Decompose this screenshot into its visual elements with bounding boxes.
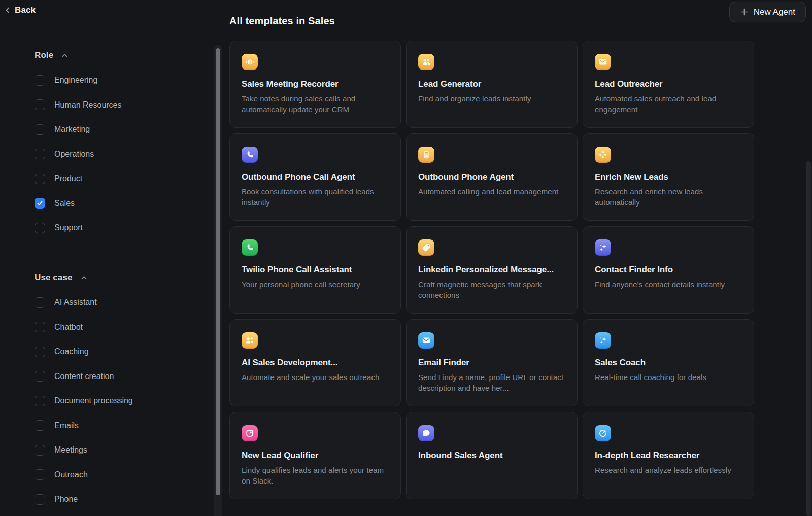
checkbox-unchecked[interactable]	[35, 445, 45, 456]
filter-item-label: Outreach	[54, 470, 88, 479]
checkbox-unchecked[interactable]	[35, 124, 45, 135]
checkbox-unchecked[interactable]	[35, 494, 45, 505]
page-title: All templates in Sales	[229, 15, 335, 27]
template-card[interactable]: Lead GeneratorFind and organize leads in…	[406, 41, 578, 128]
card-description: Send Lindy a name, profile URL or contac…	[418, 372, 565, 393]
template-card[interactable]: Email FinderSend Lindy a name, profile U…	[406, 319, 578, 406]
template-card[interactable]: Outbound Phone AgentAutomated calling an…	[406, 133, 578, 221]
card-title: AI Sales Development...	[242, 358, 389, 368]
filter-item-label: Emails	[54, 421, 79, 430]
filter-item-engineering[interactable]: Engineering	[35, 68, 187, 93]
card-description: Real-time call coaching for deals	[595, 372, 742, 383]
checkbox-unchecked[interactable]	[35, 174, 45, 184]
card-description: Your personal phone call secretary	[242, 279, 389, 290]
filter-item-human-resources[interactable]: Human Resources	[35, 93, 187, 118]
template-card[interactable]: Twilio Phone Call AssistantYour personal…	[229, 226, 401, 314]
phone-icon	[242, 239, 258, 256]
filter-item-label: Operations	[54, 150, 94, 159]
photo-icon	[242, 425, 258, 441]
filter-section-title: Role	[35, 50, 53, 60]
card-title: Outbound Phone Call Agent	[242, 172, 389, 182]
filter-item-outreach[interactable]: Outreach	[35, 463, 187, 488]
template-card[interactable]: Outbound Phone Call AgentBook consultati…	[229, 133, 401, 221]
card-title: Enrich New Leads	[595, 172, 742, 182]
filter-item-sales[interactable]: Sales	[35, 191, 187, 216]
filter-item-product[interactable]: Product	[35, 166, 187, 191]
card-description: Automated sales outreach and lead engage…	[595, 93, 742, 115]
template-card[interactable]: Inbound Sales Agent	[406, 412, 578, 499]
back-button[interactable]: Back	[4, 5, 36, 15]
template-card[interactable]: In-depth Lead ResearcherResearch and ana…	[583, 412, 754, 499]
checkbox-unchecked[interactable]	[35, 469, 45, 480]
checkbox-unchecked[interactable]	[35, 297, 45, 308]
template-card[interactable]: Linkedin Personalized Message...Craft ma…	[406, 226, 578, 314]
sparkles-icon	[595, 332, 611, 349]
card-description: Find and organize leads instantly	[418, 93, 565, 104]
checkbox-unchecked[interactable]	[35, 99, 45, 110]
card-description: Research and enrich new leads automatica…	[595, 186, 742, 208]
checkbox-unchecked[interactable]	[35, 420, 45, 431]
chevron-up-icon[interactable]	[80, 274, 88, 282]
filter-section-role: RoleEngineeringHuman ResourcesMarketingO…	[35, 49, 187, 240]
filter-item-content-creation[interactable]: Content creation	[35, 364, 187, 389]
filter-item-label: AI Assistant	[54, 298, 97, 307]
filter-section-usecase: Use caseAI AssistantChatbotCoachingConte…	[35, 271, 187, 512]
phone-icon	[242, 147, 258, 163]
new-agent-button[interactable]: New Agent	[729, 2, 806, 22]
card-description: Book consultations with qualified leads …	[242, 186, 389, 208]
checkbox-checked[interactable]	[35, 198, 45, 209]
main-scrollbar-thumb[interactable]	[806, 161, 811, 516]
filter-item-ai-assistant[interactable]: AI Assistant	[35, 290, 187, 315]
card-title: Lead Outreacher	[595, 79, 742, 89]
card-title: Outbound Phone Agent	[418, 172, 565, 182]
filter-section-header: Use case	[35, 271, 187, 284]
checkbox-unchecked[interactable]	[35, 149, 45, 159]
template-card[interactable]: New Lead QualifierLindy qualifies leads …	[229, 412, 401, 499]
template-card[interactable]: AI Sales Development...Automate and scal…	[229, 319, 401, 406]
chevron-left-icon	[4, 7, 11, 14]
people-icon	[418, 54, 434, 70]
envelope-icon	[595, 54, 611, 70]
filter-item-meetings[interactable]: Meetings	[35, 438, 187, 463]
filter-item-operations[interactable]: Operations	[35, 142, 187, 167]
filter-item-chatbot[interactable]: Chatbot	[35, 315, 187, 340]
filter-item-label: Meetings	[54, 445, 87, 455]
template-card[interactable]: Contact Finder InfoFind anyone's contact…	[583, 226, 754, 314]
filter-item-document-processing[interactable]: Document processing	[35, 389, 187, 414]
card-description: Research and analyze leads effortlessly	[595, 465, 742, 475]
checkbox-unchecked[interactable]	[35, 396, 45, 406]
sidebar-scrollbar-track[interactable]	[214, 45, 222, 516]
filter-item-label: Human Resources	[54, 100, 122, 110]
checkbox-unchecked[interactable]	[35, 347, 45, 357]
checkbox-unchecked[interactable]	[35, 223, 45, 233]
chevron-up-icon[interactable]	[61, 52, 69, 59]
template-card[interactable]: Lead OutreacherAutomated sales outreach …	[583, 41, 754, 128]
filter-item-marketing[interactable]: Marketing	[35, 117, 187, 142]
checkbox-unchecked[interactable]	[35, 371, 45, 382]
back-label: Back	[15, 5, 36, 15]
checkbox-unchecked[interactable]	[35, 322, 45, 332]
filter-item-coaching[interactable]: Coaching	[35, 339, 187, 364]
filter-item-phone[interactable]: Phone	[35, 487, 187, 512]
card-title: New Lead Qualifier	[242, 451, 389, 461]
template-card[interactable]: Sales Meeting RecorderTake notes during …	[229, 41, 401, 128]
template-card[interactable]: Enrich New LeadsResearch and enrich new …	[583, 133, 754, 221]
checkbox-unchecked[interactable]	[35, 75, 45, 86]
chat-bubble-icon	[418, 425, 434, 441]
template-card[interactable]: Sales CoachReal-time call coaching for d…	[583, 319, 754, 406]
filter-item-emails[interactable]: Emails	[35, 414, 187, 438]
calculator-icon	[418, 147, 434, 163]
card-description: Take notes during sales calls and automa…	[242, 93, 389, 115]
target-arrow-icon	[595, 425, 611, 441]
waveform-icon	[242, 54, 258, 70]
sidebar-scrollbar-thumb[interactable]	[216, 48, 220, 495]
card-title: Twilio Phone Call Assistant	[242, 265, 389, 275]
filter-item-label: Product	[54, 174, 82, 183]
card-title: Sales Coach	[595, 358, 742, 368]
filter-item-label: Coaching	[54, 347, 89, 356]
filter-item-support[interactable]: Support	[35, 216, 187, 240]
card-title: Sales Meeting Recorder	[242, 79, 389, 89]
envelope-icon	[418, 332, 434, 349]
new-agent-label: New Agent	[754, 7, 795, 17]
filter-item-label: Content creation	[54, 372, 114, 381]
